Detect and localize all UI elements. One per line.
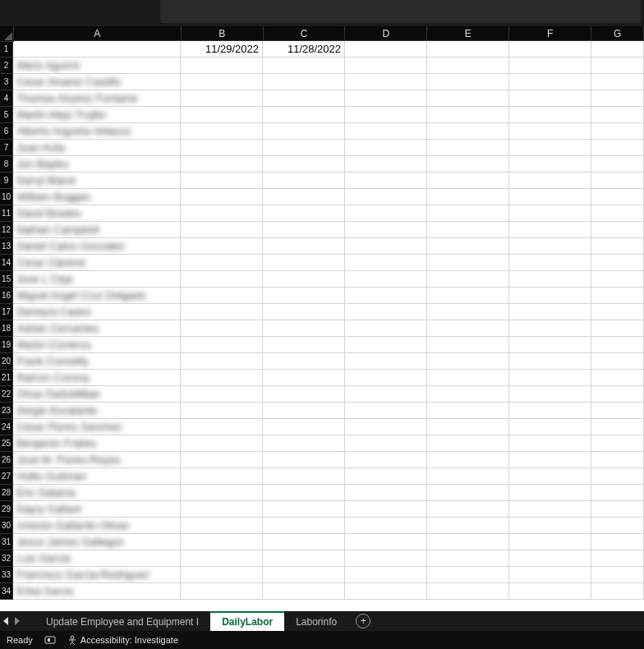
cell-D14[interactable] [345, 255, 427, 271]
cell-D17[interactable] [345, 304, 427, 320]
cell-B2[interactable] [181, 58, 263, 74]
cell-C31[interactable] [263, 534, 345, 550]
cell-A2[interactable]: Mario Aguirre [13, 58, 181, 74]
cell-A24[interactable]: Cesar Flores Sanchez [13, 419, 181, 435]
cell-C32[interactable] [263, 550, 345, 567]
cell-B34[interactable] [181, 583, 263, 600]
cell-A27[interactable]: Hollis Guttman [13, 468, 181, 485]
cell-F34[interactable] [509, 583, 591, 600]
cell-F25[interactable] [509, 435, 591, 452]
cell-F6[interactable] [509, 123, 591, 140]
cell-C12[interactable] [263, 222, 345, 238]
cell-D11[interactable] [345, 205, 427, 222]
row-header[interactable]: 16 [0, 288, 13, 304]
cell-G1[interactable] [591, 41, 644, 58]
cell-F30[interactable] [509, 518, 591, 534]
cell-F21[interactable] [509, 370, 591, 386]
cell-E8[interactable] [427, 156, 509, 173]
col-header-G[interactable]: G [591, 26, 644, 41]
cell-G10[interactable] [591, 189, 644, 205]
row-header[interactable]: 32 [0, 550, 13, 567]
cell-A11[interactable]: David Bowles [13, 205, 181, 222]
row-header[interactable]: 26 [0, 452, 13, 468]
cell-D25[interactable] [345, 435, 427, 452]
row-header[interactable]: 15 [0, 271, 13, 288]
cell-D30[interactable] [345, 518, 427, 534]
cell-C3[interactable] [263, 74, 345, 90]
cell-C33[interactable] [263, 567, 345, 583]
add-sheet-button[interactable]: + [348, 611, 378, 631]
row-header[interactable]: 21 [0, 370, 13, 386]
cell-F23[interactable] [509, 403, 591, 419]
cell-A7[interactable]: Juan Avila [13, 140, 181, 156]
cell-E11[interactable] [427, 205, 509, 222]
cell-C11[interactable] [263, 205, 345, 222]
cell-F31[interactable] [509, 534, 591, 550]
cell-D10[interactable] [345, 189, 427, 205]
cell-C15[interactable] [263, 271, 345, 288]
cell-E22[interactable] [427, 386, 509, 403]
cell-A3[interactable]: Cesar Alvarez Castillo [13, 74, 181, 90]
col-header-E[interactable]: E [427, 26, 509, 41]
cell-B32[interactable] [181, 550, 263, 567]
cell-C4[interactable] [263, 90, 345, 107]
cell-A12[interactable]: Nathan Campbell [13, 222, 181, 238]
cell-B29[interactable] [181, 501, 263, 518]
cell-C24[interactable] [263, 419, 345, 435]
cell-D19[interactable] [345, 337, 427, 353]
row-header[interactable]: 27 [0, 468, 13, 485]
row-header[interactable]: 4 [0, 90, 13, 107]
cell-C8[interactable] [263, 156, 345, 173]
cell-D13[interactable] [345, 238, 427, 255]
cell-G17[interactable] [591, 304, 644, 320]
cell-G25[interactable] [591, 435, 644, 452]
cell-E32[interactable] [427, 550, 509, 567]
cell-C28[interactable] [263, 485, 345, 501]
cell-F1[interactable] [509, 41, 591, 58]
cell-C6[interactable] [263, 123, 345, 140]
cell-F3[interactable] [509, 74, 591, 90]
cell-E7[interactable] [427, 140, 509, 156]
cell-F15[interactable] [509, 271, 591, 288]
cell-E2[interactable] [427, 58, 509, 74]
cell-F7[interactable] [509, 140, 591, 156]
row-header[interactable]: 11 [0, 205, 13, 222]
cell-B5[interactable] [181, 107, 263, 123]
cell-D32[interactable] [345, 550, 427, 567]
cell-G27[interactable] [591, 468, 644, 485]
row-header[interactable]: 31 [0, 534, 13, 550]
cell-A18[interactable]: Adrian Cervantes [13, 320, 181, 337]
col-header-B[interactable]: B [182, 26, 264, 41]
cell-B7[interactable] [181, 140, 263, 156]
cell-B15[interactable] [181, 271, 263, 288]
cell-A26[interactable]: Jose M. Flores-Reyes [13, 452, 181, 468]
cell-G23[interactable] [591, 403, 644, 419]
cell-F14[interactable] [509, 255, 591, 271]
cell-G21[interactable] [591, 370, 644, 386]
cell-B28[interactable] [181, 485, 263, 501]
cell-E5[interactable] [427, 107, 509, 123]
cell-A6[interactable]: Alberto Argueta-Velasco [13, 123, 181, 140]
cell-F16[interactable] [509, 288, 591, 304]
cell-B17[interactable] [181, 304, 263, 320]
row-header[interactable]: 13 [0, 238, 13, 255]
cell-G15[interactable] [591, 271, 644, 288]
cell-C9[interactable] [263, 173, 345, 189]
row-header[interactable]: 25 [0, 435, 13, 452]
cell-C25[interactable] [263, 435, 345, 452]
cell-D27[interactable] [345, 468, 427, 485]
cell-D1[interactable] [345, 41, 427, 58]
cell-G33[interactable] [591, 567, 644, 583]
tab-nav-prev[interactable] [0, 611, 12, 631]
cell-C29[interactable] [263, 501, 345, 518]
status-macro-icon[interactable] [44, 635, 56, 645]
cell-B25[interactable] [181, 435, 263, 452]
cell-F27[interactable] [509, 468, 591, 485]
cell-A1[interactable] [13, 41, 181, 58]
cell-F2[interactable] [509, 58, 591, 74]
cell-F17[interactable] [509, 304, 591, 320]
cell-E31[interactable] [427, 534, 509, 550]
cell-D34[interactable] [345, 583, 427, 600]
cell-F20[interactable] [509, 353, 591, 370]
row-header[interactable]: 14 [0, 255, 13, 271]
